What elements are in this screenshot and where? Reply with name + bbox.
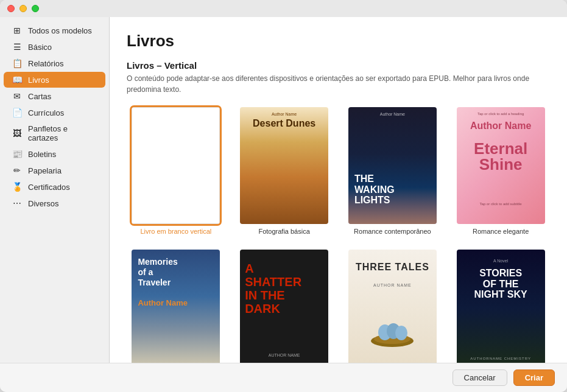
eternal-sub: Tap or click to add subtitle: [457, 202, 545, 206]
close-button[interactable]: [7, 5, 15, 12]
three-tales-author: AUTHOR NAME: [348, 283, 437, 287]
stories-cover-bg: A Novel STORIESOF THENIGHT SKY AUTHORNAM…: [457, 250, 545, 363]
minimize-button[interactable]: [19, 5, 27, 12]
sidebar-item-boletins[interactable]: 📰 Boletins: [4, 146, 105, 162]
stories-author: AUTHORNAME CHEMISTRY: [457, 357, 545, 360]
template-eternal-label: Romance elegante: [473, 228, 529, 235]
doc-icon: ☰: [12, 42, 22, 52]
sidebar-item-todos-label: Todos os modelos: [28, 26, 92, 35]
cover-stories: A Novel STORIESOF THENIGHT SKY AUTHORNAM…: [457, 250, 545, 363]
cover-waking-lights: Author Name THEWAKINGLIGHTS: [348, 107, 437, 224]
cancel-button[interactable]: Cancelar: [453, 369, 507, 386]
misc-icon: ⋯: [12, 198, 22, 208]
certificate-icon: 🏅: [12, 182, 22, 192]
sidebar-item-certificados[interactable]: 🏅 Certificados: [4, 179, 105, 195]
letter-icon: ✉: [12, 91, 22, 101]
sidebar-item-livros-label: Livros: [28, 75, 49, 85]
cover-memories: Memoriesof aTraveler Author Name: [132, 250, 220, 363]
footer: Cancelar Criar: [0, 363, 567, 392]
memories-title: Memoriesof aTraveler: [138, 257, 177, 287]
main-content: ⊞ Todos os modelos ☰ Básico 📋 Relatórios…: [0, 17, 567, 363]
sidebar: ⊞ Todos os modelos ☰ Básico 📋 Relatórios…: [0, 17, 110, 363]
newsletter-icon: 📰: [12, 149, 22, 159]
sidebar-item-boletins-label: Boletins: [28, 150, 56, 159]
create-button[interactable]: Criar: [513, 369, 555, 386]
cover-eternal-shine: Tap or click to add a heading Author Nam…: [457, 107, 545, 224]
cover-three-tales: THREE TALES AUTHOR NAME: [348, 250, 437, 363]
section-title: Livros – Vertical: [127, 60, 550, 71]
template-blank-vertical-label: Livro em branco vertical: [140, 228, 211, 235]
relatorios-icon: 📋: [12, 58, 22, 68]
template-shatter[interactable]: ASHATTERIN THEDARK AUTHOR NAME Romance a…: [235, 250, 334, 363]
nest-svg: [368, 306, 417, 348]
sidebar-item-cartas-label: Cartas: [28, 92, 51, 101]
main-panel: Livros Livros – Vertical O conteúdo pode…: [110, 17, 567, 363]
sidebar-item-cartas[interactable]: ✉ Cartas: [4, 88, 105, 104]
book-icon: 📖: [12, 75, 22, 85]
sidebar-item-relatorios[interactable]: 📋 Relatórios: [4, 55, 105, 71]
grid-icon: ⊞: [12, 26, 22, 35]
sidebar-item-livros[interactable]: 📖 Livros: [4, 72, 105, 88]
sidebar-item-certificados-label: Certificados: [28, 183, 70, 192]
template-waking-lights[interactable]: Author Name THEWAKINGLIGHTS Romance cont…: [343, 107, 442, 235]
three-tales-title: THREE TALES: [348, 262, 437, 273]
sidebar-item-curriculos[interactable]: 📄 Currículos: [4, 105, 105, 121]
shatter-title: ASHATTERIN THEDARK: [245, 262, 301, 315]
three-tales-nest: [368, 306, 417, 354]
template-stories[interactable]: A Novel STORIESOF THENIGHT SKY AUTHORNAM…: [451, 250, 550, 363]
templates-row2: Memoriesof aTraveler Author Name Romance…: [127, 250, 550, 363]
eternal-title: EternalShine: [457, 141, 545, 172]
sidebar-item-diversos[interactable]: ⋯ Diversos: [4, 195, 105, 211]
sidebar-item-todos[interactable]: ⊞ Todos os modelos: [4, 23, 105, 38]
blank-cover-bg: [132, 107, 220, 224]
maximize-button[interactable]: [32, 5, 39, 12]
desert-cover-bg: Author Name Desert Dunes: [240, 107, 328, 224]
sidebar-item-papelaria[interactable]: ✏ Papelaria: [4, 163, 105, 178]
cover-desert-dunes: Author Name Desert Dunes: [240, 107, 328, 224]
template-waking-label: Romance contemporâneo: [354, 228, 431, 235]
stories-novel: A Novel: [457, 259, 545, 263]
sidebar-item-panfletos-label: Panfletos e cartazes: [28, 124, 97, 142]
shatter-author: AUTHOR NAME: [240, 353, 328, 357]
sidebar-item-panfletos[interactable]: 🖼 Panfletos e cartazes: [4, 121, 105, 145]
memories-cover-bg: Memoriesof aTraveler Author Name: [132, 250, 220, 363]
cover-shatter: ASHATTERIN THEDARK AUTHOR NAME: [240, 250, 328, 363]
waking-author: Author Name: [348, 112, 437, 116]
memories-author: Author Name: [138, 298, 188, 307]
sidebar-item-diversos-label: Diversos: [28, 199, 59, 208]
sidebar-item-relatorios-label: Relatórios: [28, 59, 64, 68]
sidebar-item-curriculos-label: Currículos: [28, 108, 64, 117]
template-desert-dunes[interactable]: Author Name Desert Dunes Fotografia bási…: [235, 107, 334, 235]
image-icon: 🖼: [12, 128, 22, 138]
paper-icon: ✏: [12, 166, 22, 175]
svg-point-4: [395, 326, 407, 340]
template-blank-vertical[interactable]: Livro em branco vertical: [127, 107, 225, 235]
eternal-top-text: Tap or click to add a heading: [457, 112, 545, 116]
template-eternal-shine[interactable]: Tap or click to add a heading Author Nam…: [451, 107, 550, 235]
stories-title: STORIESOF THENIGHT SKY: [457, 268, 545, 300]
template-memories[interactable]: Memoriesof aTraveler Author Name Romance…: [127, 250, 225, 363]
eternal-cover-bg: Tap or click to add a heading Author Nam…: [457, 107, 545, 224]
cv-icon: 📄: [12, 108, 22, 117]
waking-cover-bg: Author Name THEWAKINGLIGHTS: [348, 107, 437, 224]
app-window: ⊞ Todos os modelos ☰ Básico 📋 Relatórios…: [0, 0, 567, 392]
section-desc: O conteúdo pode adaptar-se aos diferente…: [127, 73, 541, 95]
templates-row1: Livro em branco vertical Author Name Des…: [127, 107, 550, 235]
desert-author: Author Name: [240, 112, 328, 116]
template-three-tales[interactable]: THREE TALES AUTHOR NAME: [343, 250, 442, 363]
cover-blank-vertical: [132, 107, 220, 224]
sidebar-item-basico-label: Básico: [28, 43, 52, 52]
shatter-cover-bg: ASHATTERIN THEDARK AUTHOR NAME: [240, 250, 328, 363]
titlebar: [0, 0, 567, 17]
sidebar-item-papelaria-label: Papelaria: [28, 166, 62, 175]
page-title: Livros: [127, 32, 550, 51]
eternal-author: Author Name: [457, 121, 545, 131]
sidebar-item-basico[interactable]: ☰ Básico: [4, 39, 105, 55]
template-desert-label: Fotografia básica: [258, 228, 309, 235]
three-tales-cover-bg: THREE TALES AUTHOR NAME: [348, 250, 437, 363]
desert-title: Desert Dunes: [240, 118, 328, 129]
waking-title: THEWAKINGLIGHTS: [354, 173, 395, 206]
